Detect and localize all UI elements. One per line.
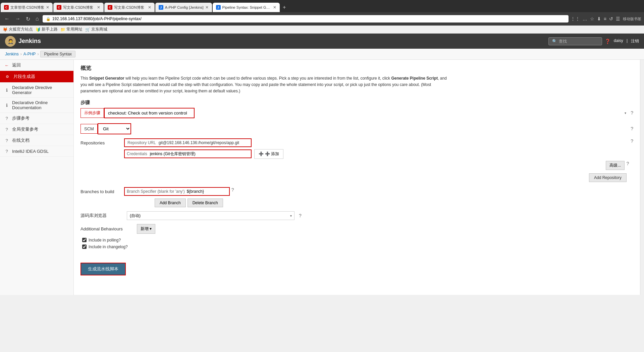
common-icon: 📁 — [60, 27, 65, 32]
jenkins-title: Jenkins — [18, 38, 41, 45]
repositories-content: Repository URL Credentials jenkins (Git仓… — [124, 138, 629, 170]
include-polling-row: Include in polling? — [82, 238, 633, 243]
tab-4[interactable]: J A-PHP Config [Jenkins] ✕ — [155, 3, 212, 12]
bookmark-newbie[interactable]: 🔰 新手上路 — [36, 27, 58, 32]
sidebar-item-global-vars[interactable]: ? 全局变量参考 — [0, 124, 73, 135]
bookmark-firefox[interactable]: 🦊 火狐官方站点 — [3, 27, 33, 32]
tab-favicon-1: C — [4, 5, 9, 10]
tab-1[interactable]: C 文章管理-CSDN博客 ✕ — [1, 3, 53, 12]
global-vars-icon: ? — [4, 127, 9, 132]
sidebar: ← 返回 ⚙ 片段生成器 ℹ Declarative Directive Gen… — [0, 60, 74, 295]
tab-3[interactable]: C 写文章-CSDN博客 ✕ — [104, 3, 155, 12]
step-select-wrap: checkout: Check out from version control — [104, 108, 629, 118]
source-browser-row: 源码库浏览器 (自动) ? — [80, 211, 633, 220]
steps-section: 步骤 示例步骤 checkout: Check out from version… — [80, 100, 633, 118]
help-icon[interactable]: ❓ — [605, 39, 610, 44]
credentials-row: Credentials jenkins (Git仓库密钥管理) ➕ ➕ 添加 — [124, 149, 629, 159]
bookmark-jd[interactable]: 🛒 京东商城 — [85, 27, 107, 32]
step-help-icon[interactable]: ? — [631, 110, 633, 116]
new-tab-button[interactable]: + — [280, 3, 289, 12]
browser-chrome: C 文章管理-CSDN博客 ✕ C 写文章-CSDN博客 ✕ C 写文章-CSD… — [0, 0, 644, 34]
repositories-help-icon[interactable]: ? — [631, 138, 633, 144]
include-changelog-checkbox[interactable] — [82, 245, 87, 249]
step-select[interactable]: checkout: Check out from version control — [104, 108, 195, 118]
reading-icon[interactable]: ≡ — [604, 16, 606, 21]
address-input[interactable] — [52, 16, 565, 21]
download-icon[interactable]: ⬇ — [597, 16, 601, 21]
favorites-icon[interactable]: … — [583, 16, 587, 21]
newbie-icon: 🔰 — [36, 27, 41, 32]
browser-toolbar: ← → ↻ ⌂ 🔒 ⋮⋮ … ☆ ⬇ ≡ ↺ ☰ 移动版书签 — [0, 12, 644, 26]
forward-button[interactable]: → — [13, 15, 22, 23]
sidebar-item-snippet[interactable]: ⚙ 片段生成器 — [0, 71, 73, 83]
right-scrollbar[interactable] — [640, 60, 644, 295]
tab-close-2[interactable]: ✕ — [97, 5, 100, 10]
intellij-icon: ? — [4, 148, 9, 154]
step-example-label: 示例步骤 — [80, 108, 104, 118]
repo-url-label: Repository URL — [127, 140, 156, 145]
scm-help-icon[interactable]: ? — [631, 126, 633, 131]
source-browser-select[interactable]: (自动) — [127, 211, 294, 220]
add-branch-button[interactable]: Add Branch — [155, 199, 186, 207]
include-polling-checkbox[interactable] — [82, 238, 87, 242]
add-repo-area: Add Repository — [80, 173, 633, 182]
back-button[interactable]: ← — [3, 15, 11, 23]
source-browser-help-icon[interactable]: ? — [299, 213, 302, 218]
branch-specifier-label: Branch Specifier (blank for 'any') — [127, 189, 185, 194]
menu-icon[interactable]: ☰ — [616, 16, 620, 21]
search-icon: 🔍 — [552, 39, 557, 44]
add-credential-button[interactable]: ➕ ➕ 添加 — [254, 149, 283, 159]
branches-help-icon[interactable]: ? — [231, 187, 234, 192]
sidebar-item-online-docs[interactable]: ? 在线文档 — [0, 135, 73, 146]
tab-close-4[interactable]: ✕ — [205, 5, 209, 10]
breadcrumb-current: Pipeline Syntax — [40, 51, 75, 57]
source-browser-label: 源码库浏览器 — [80, 213, 124, 219]
repo-url-input[interactable] — [159, 140, 248, 145]
tab-5[interactable]: J Pipeline Syntax: Snippet Ge... ✕ — [213, 3, 280, 12]
new-behaviour-button[interactable]: 新增 ▾ — [137, 224, 155, 234]
logout-link[interactable]: 注销 — [631, 38, 639, 44]
breadcrumb-aphp[interactable]: A-PHP — [23, 52, 36, 56]
sidebar-item-steps-ref[interactable]: ? 步骤参考 — [0, 113, 73, 124]
scm-select[interactable]: Git — [98, 123, 131, 134]
user-link[interactable]: daisy — [614, 38, 623, 44]
additional-behaviours-row: Additional Behaviours 新增 ▾ — [80, 224, 633, 234]
home-button[interactable]: ⌂ — [34, 15, 41, 23]
reload-button[interactable]: ↻ — [24, 15, 32, 23]
address-bar[interactable]: 🔒 — [43, 15, 569, 23]
sidebar-item-declarative-directive[interactable]: ℹ Declarative Directive Generator — [0, 83, 73, 98]
extensions-icon[interactable]: ⋮⋮ — [571, 16, 580, 21]
breadcrumb-jenkins[interactable]: Jenkins — [5, 52, 19, 56]
delete-branch-button[interactable]: Delete Branch — [187, 199, 223, 207]
add-repository-button[interactable]: Add Repository — [589, 173, 627, 182]
credentials-help-icon[interactable]: ? — [626, 161, 629, 166]
breadcrumb-sep-1: › — [20, 52, 22, 56]
repo-url-row: Repository URL — [124, 138, 252, 147]
tab-label-5: Pipeline Syntax: Snippet Ge... — [222, 5, 271, 9]
tab-2[interactable]: C 写文章-CSDN博客 ✕ — [53, 3, 104, 12]
branch-input[interactable] — [187, 189, 227, 194]
description: This Snippet Generator will help you lea… — [80, 75, 449, 95]
tab-close-1[interactable]: ✕ — [46, 5, 49, 10]
advanced-button[interactable]: 高级... — [606, 161, 625, 170]
back-icon: ← — [4, 62, 9, 68]
jenkins-search[interactable]: 🔍 — [548, 37, 602, 45]
tab-close-5[interactable]: ✕ — [273, 5, 276, 10]
credentials-label: Credentials — [127, 151, 147, 156]
generate-pipeline-script-button[interactable]: 生成流水线脚本 — [80, 263, 126, 275]
sidebar-item-back[interactable]: ← 返回 — [0, 60, 73, 71]
jenkins-header: 🤵 Jenkins 🔍 ❓ daisy | 注销 — [0, 34, 644, 49]
sidebar-item-intellij[interactable]: ? IntelliJ IDEA GDSL — [0, 146, 73, 157]
scm-section: SCM Git ? — [80, 123, 633, 134]
scm-select-wrap: Git — [98, 123, 131, 134]
bookmark-common[interactable]: 📁 常用网址 — [60, 27, 83, 32]
jenkins-user-section: daisy | 注销 — [614, 38, 639, 44]
credentials-select[interactable]: jenkins (Git仓库密钥管理) — [150, 151, 249, 156]
search-input[interactable] — [559, 39, 598, 44]
history-icon[interactable]: ↺ — [609, 16, 613, 21]
tab-close-3[interactable]: ✕ — [148, 5, 151, 10]
breadcrumb: Jenkins › A-PHP › Pipeline Syntax — [0, 49, 644, 60]
bookmark-icon[interactable]: ☆ — [590, 16, 594, 21]
sidebar-item-declarative-online[interactable]: ℹ Declarative Online Documentation — [0, 98, 73, 113]
bookmarks-bar: 🦊 火狐官方站点 🔰 新手上路 📁 常用网址 🛒 京东商城 — [0, 26, 644, 34]
